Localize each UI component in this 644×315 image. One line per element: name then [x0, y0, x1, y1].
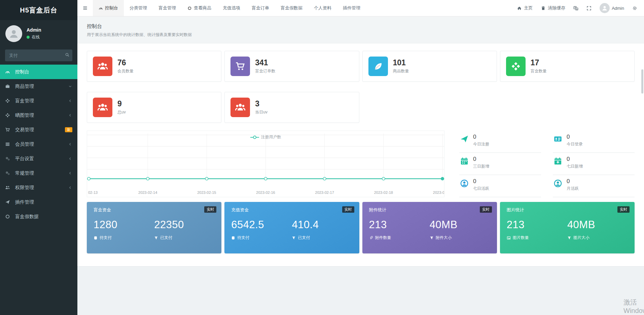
legend-label: 注册用户数 — [261, 134, 281, 140]
legend-marker-icon — [250, 135, 259, 139]
stat-card-当日uv: 3当日uv — [224, 92, 359, 123]
users-group-icon — [230, 98, 250, 117]
trash-icon — [541, 6, 546, 11]
scrollbar-thumb[interactable] — [641, 69, 643, 94]
app-logo: H5盲盒后台 — [0, 0, 77, 20]
tab-控制台[interactable]: 控制台 — [93, 0, 124, 16]
mini-stat-label: 七日新增 — [567, 164, 583, 169]
search-input[interactable] — [5, 49, 72, 61]
sidebar-item-label: 控制台 — [15, 69, 29, 75]
tab-插件管理[interactable]: 插件管理 — [337, 0, 366, 16]
sidebar: H5盲盒后台 Admin 在线 控制台商品管理盲盒管理晒图管理交易管理新会员管理… — [0, 0, 77, 315]
fund-card-title: 盲盒资金 — [94, 207, 215, 213]
language-icon[interactable] — [573, 6, 578, 11]
sidebar-item-商品管理[interactable]: 商品管理 — [0, 79, 77, 94]
stat-value: 3 — [255, 100, 267, 108]
sidebar-item-插件管理[interactable]: 插件管理 — [0, 195, 77, 209]
mini-stat-三日新增: 0三日新增 — [459, 153, 541, 175]
fund-card-title: 图片统计 — [507, 207, 628, 213]
sidebar-item-label: 晒图管理 — [15, 112, 34, 118]
tab-盲盒假数据[interactable]: 盲盒假数据 — [275, 0, 308, 16]
stat-value: 101 — [393, 59, 409, 67]
sidebar-item-label: 常规管理 — [15, 170, 34, 176]
stat-value: 341 — [255, 59, 275, 67]
sidebar-item-label: 盲盒管理 — [15, 98, 34, 104]
mini-stat-今日登录: 0今日登录 — [553, 131, 635, 153]
fund-metric-value: 22350 — [154, 219, 215, 231]
user-circle-icon — [553, 179, 562, 193]
fund-metric-value: 1280 — [94, 219, 154, 231]
fullscreen-icon[interactable] — [586, 6, 592, 11]
tab-分类管理[interactable]: 分类管理 — [124, 0, 153, 16]
stat-label: 总uv — [117, 109, 126, 115]
stat-row-2: 9总uv3当日uv — [87, 92, 635, 123]
windows-activation-watermark: 激活 Windows 转到"设置"以激活 Windows。 — [623, 298, 644, 315]
user-status: 在线 — [27, 34, 41, 40]
navbar-user[interactable]: Admin — [600, 3, 624, 13]
mini-stat-value: 0 — [567, 156, 583, 163]
realtime-badge: 实时 — [617, 206, 630, 213]
diamonds-icon — [5, 113, 13, 118]
sidebar-item-晒图管理[interactable]: 晒图管理 — [0, 108, 77, 123]
hamburger-icon[interactable] — [77, 0, 93, 16]
watermark-line1: 激活 Windows — [623, 298, 644, 315]
sidebar-item-平台设置[interactable]: 平台设置 — [0, 151, 77, 166]
tab-查看商品[interactable]: 查看商品 — [182, 0, 217, 16]
dashboard-icon — [99, 6, 103, 10]
sidebar-item-label: 交易管理 — [15, 127, 34, 133]
fund-metric-value: 213 — [369, 219, 430, 231]
sidebar-item-会员管理[interactable]: 会员管理 — [0, 137, 77, 151]
sidebar-item-label: 盲盒假数据 — [15, 214, 39, 220]
dashboard-panel: 76会员数量341盲盒订单数101商品数量17盲盒数量 9总uv3当日uv 注册… — [77, 43, 644, 267]
main-content: 控制台 用于展示当前系统中的统计数据、统计报表及重要实时数据 76会员数量341… — [77, 16, 644, 315]
circle-icon — [5, 214, 13, 219]
tab-个人资料[interactable]: 个人资料 — [308, 0, 337, 16]
navbar-user-label: Admin — [612, 6, 624, 11]
registered-users-chart: 注册用户数 02-132023-02-142023-02-152023-02-1… — [87, 131, 444, 197]
mini-stat-label: 七日活跃 — [473, 186, 489, 191]
home-icon — [517, 6, 522, 11]
mini-stat-label: 月活跃 — [567, 186, 579, 191]
sidebar-item-交易管理[interactable]: 交易管理新 — [0, 123, 77, 137]
sidebar-item-权限管理[interactable]: 权限管理 — [0, 180, 77, 195]
stat-value: 9 — [117, 100, 126, 108]
tab-盲盒订单[interactable]: 盲盒订单 — [246, 0, 275, 16]
sidebar-item-盲盒假数据[interactable]: 盲盒假数据 — [0, 209, 77, 224]
realtime-badge: 实时 — [342, 206, 354, 213]
clear-cache-link[interactable]: 清除缓存 — [541, 5, 565, 11]
mini-stat-value: 0 — [567, 134, 583, 140]
chart-legend[interactable]: 注册用户数 — [250, 134, 281, 140]
search-icon[interactable] — [65, 53, 70, 57]
fund-metric-label: 待支付 — [237, 235, 249, 241]
fund-metric-label: 已支付 — [160, 235, 172, 241]
sidebar-item-盲盒管理[interactable]: 盲盒管理 — [0, 94, 77, 108]
sidebar-item-控制台[interactable]: 控制台 — [0, 65, 77, 79]
home-label: 主页 — [524, 5, 533, 11]
stat-card-商品数量: 101商品数量 — [362, 51, 497, 82]
tab-充值选项[interactable]: 充值选项 — [217, 0, 246, 16]
user-status-label: 在线 — [32, 34, 40, 40]
stat-label: 盲盒数量 — [531, 68, 547, 74]
home-link[interactable]: 主页 — [517, 5, 533, 11]
stat-card-会员数量: 76会员数量 — [87, 51, 221, 82]
settings-gear-icon[interactable] — [632, 6, 637, 11]
image-icon — [507, 236, 511, 240]
tab-label: 充值选项 — [223, 5, 240, 11]
chevron-left-icon — [68, 113, 72, 117]
chevron-left-icon — [68, 142, 72, 146]
id-card-icon — [553, 135, 562, 148]
mini-stat-七日活跃: 0七日活跃 — [459, 175, 541, 197]
stat-value: 17 — [531, 59, 547, 67]
chevron-left-icon — [68, 156, 72, 161]
user-avatar[interactable] — [5, 25, 22, 42]
stat-card-总uv: 9总uv — [87, 92, 221, 123]
tab-盲盒管理[interactable]: 盲盒管理 — [153, 0, 182, 16]
tab-label: 盲盒管理 — [158, 5, 176, 11]
stat-label: 当日uv — [255, 109, 267, 115]
sidebar-item-label: 权限管理 — [15, 185, 34, 191]
page-title: 控制台 — [87, 23, 635, 30]
sidebar-item-常规管理[interactable]: 常规管理 — [0, 166, 77, 180]
fund-metric-value: 6542.5 — [231, 219, 292, 231]
user-circle-icon — [460, 179, 469, 193]
diamonds-icon — [5, 98, 13, 103]
